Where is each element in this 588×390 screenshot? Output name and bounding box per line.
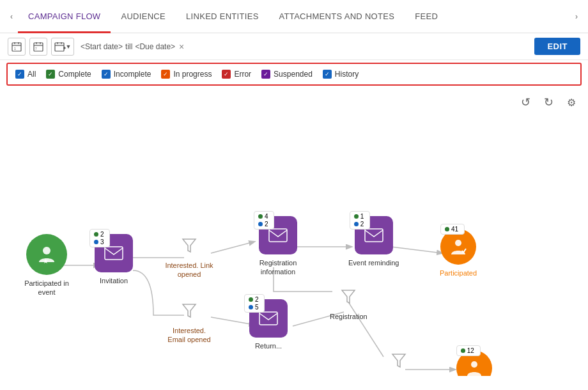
- filter-incomplete[interactable]: ✓ Incomplete: [102, 70, 151, 79]
- checkbox-history[interactable]: ✓: [323, 70, 332, 79]
- tab-audience[interactable]: AUDIENCE: [111, 1, 176, 33]
- node-event-reminding[interactable]: 1 2 Event reminding: [348, 216, 399, 267]
- nav-next-arrow[interactable]: ›: [570, 0, 583, 33]
- event-reminding-badge: 1 2: [350, 211, 370, 230]
- top-nav: ‹ CAMPAIGN FLOW AUDIENCE LINKED ENTITIES…: [0, 0, 588, 33]
- flow-canvas: ↺ ↺ ⚙: [0, 88, 588, 376]
- node-unsubscribed[interactable]: 12 Unsubscribed: [453, 350, 495, 376]
- node-unsubscription[interactable]: Unsubscription: [376, 349, 422, 376]
- registration-info-label: Registration information: [249, 258, 307, 277]
- redo-button[interactable]: ↺: [539, 93, 557, 111]
- settings-button[interactable]: ⚙: [562, 93, 580, 111]
- node-participated-in-event[interactable]: ★ Participated in event: [18, 234, 75, 297]
- registration-info-badge: 4 2: [254, 211, 274, 230]
- node-registration-info[interactable]: 4 2 Registration information: [249, 216, 307, 277]
- registration-filter-icon: [337, 285, 360, 308]
- edit-button[interactable]: EDIT: [534, 38, 580, 55]
- svg-line-16: [211, 242, 254, 253]
- svg-point-30: [471, 361, 477, 368]
- node-interested-email[interactable]: Interested. Email opened: [164, 299, 215, 345]
- invitation-label: Invitation: [100, 276, 128, 285]
- date-range: <Start date> till <Due date> ×: [81, 42, 184, 52]
- participated-in-event-icon: ★: [26, 234, 67, 275]
- unsubscribed-icon-wrap: 12: [456, 350, 492, 376]
- svg-text:★: ★: [43, 258, 49, 265]
- calendar-week-icon[interactable]: 7: [29, 38, 47, 56]
- checkbox-incomplete[interactable]: ✓: [102, 70, 111, 79]
- canvas-toolbar: ↺ ↺ ⚙: [516, 93, 580, 111]
- svg-point-29: [455, 240, 461, 246]
- filter-row: ✓ All ✓ Complete ✓ Incomplete ✓ In progr…: [6, 63, 582, 86]
- filter-error[interactable]: ✓ Error: [222, 70, 251, 79]
- toolbar: 1 7 ▼ <Start date> till <Due date> × EDI…: [0, 33, 588, 60]
- registration-label: Registration: [330, 312, 368, 321]
- node-return[interactable]: 2 5 Return...: [249, 299, 288, 350]
- tab-feed[interactable]: FEED: [405, 1, 448, 33]
- tab-linked-entities[interactable]: LINKED ENTITIES: [176, 1, 269, 33]
- calendar-day-icon[interactable]: 1: [8, 38, 26, 56]
- participated-icon-wrap: 41: [440, 229, 476, 265]
- node-participated[interactable]: 41 Participated: [440, 229, 477, 277]
- participated-label: Participated: [440, 269, 477, 277]
- svg-rect-28: [365, 229, 383, 242]
- return-icon-wrap: 2 5: [249, 299, 288, 338]
- invitation-badge: 2 3: [89, 229, 110, 247]
- filter-suspended[interactable]: ✓ Suspended: [261, 70, 313, 79]
- svg-rect-10: [55, 43, 64, 51]
- return-label: Return...: [255, 341, 282, 350]
- unsubscribed-badge: 12: [456, 345, 481, 356]
- filter-complete[interactable]: ✓ Complete: [46, 70, 91, 79]
- svg-line-17: [211, 317, 254, 325]
- event-reminding-label: Event reminding: [348, 258, 399, 267]
- checkbox-suspended[interactable]: ✓: [261, 70, 270, 79]
- node-invitation[interactable]: 2 3 Invitation: [95, 234, 133, 285]
- calendar-range-icon[interactable]: ▼: [51, 38, 74, 56]
- node-participated-in-event-label: Participated in event: [18, 279, 75, 297]
- svg-text:7: 7: [35, 47, 37, 51]
- participated-badge: 41: [440, 224, 465, 235]
- node-interested-link[interactable]: Interested. Link opened: [164, 234, 215, 279]
- clear-date-button[interactable]: ×: [179, 42, 184, 52]
- unsubscription-filter-icon: [387, 349, 410, 372]
- invitation-icon-wrap: 2 3: [95, 234, 133, 272]
- interested-email-filter-icon: [178, 299, 201, 322]
- interested-email-label: Interested. Email opened: [164, 326, 215, 345]
- filter-all[interactable]: ✓ All: [15, 70, 36, 79]
- event-reminding-icon-wrap: 1 2: [355, 216, 393, 254]
- svg-rect-25: [105, 247, 123, 260]
- svg-rect-26: [269, 229, 287, 242]
- node-registration[interactable]: Registration: [330, 285, 368, 321]
- nav-tabs: CAMPAIGN FLOW AUDIENCE LINKED ENTITIES A…: [18, 0, 570, 33]
- svg-point-23: [43, 247, 50, 254]
- interested-link-filter-icon: [178, 234, 201, 257]
- undo-button[interactable]: ↺: [516, 93, 534, 111]
- return-badge: 2 5: [244, 294, 265, 313]
- nav-prev-arrow[interactable]: ‹: [5, 0, 18, 33]
- svg-text:1: 1: [14, 47, 16, 51]
- checkbox-in-progress[interactable]: ✓: [161, 70, 170, 79]
- interested-link-label: Interested. Link opened: [164, 261, 215, 279]
- filter-history[interactable]: ✓ History: [323, 70, 359, 79]
- tab-attachments-notes[interactable]: ATTACHMENTS AND NOTES: [269, 1, 405, 33]
- filter-in-progress[interactable]: ✓ In progress: [161, 70, 212, 79]
- checkbox-all[interactable]: ✓: [15, 70, 24, 79]
- svg-rect-27: [259, 312, 277, 325]
- checkbox-error[interactable]: ✓: [222, 70, 231, 79]
- checkbox-complete[interactable]: ✓: [46, 70, 55, 79]
- registration-info-icon-wrap: 4 2: [259, 216, 297, 254]
- tab-campaign-flow[interactable]: CAMPAIGN FLOW: [18, 1, 111, 33]
